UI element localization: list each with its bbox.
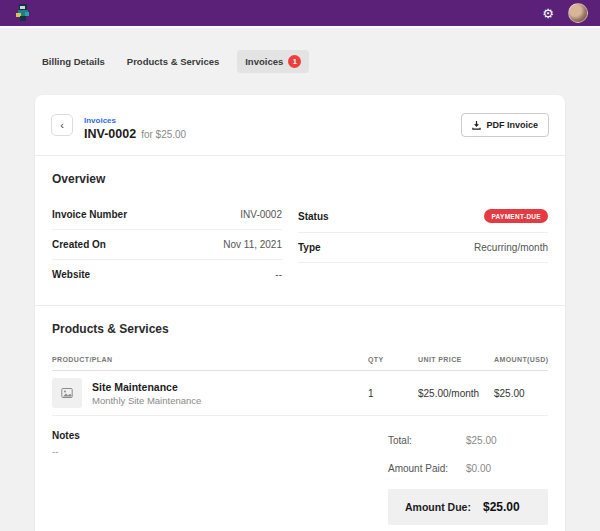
product-amount: $25.00 [494, 388, 548, 399]
invoice-amount-subtitle: for $25.00 [141, 129, 186, 140]
notes-value: -- [52, 446, 388, 457]
field-label: Status [298, 211, 329, 222]
field-value: INV-0002 [240, 209, 282, 220]
amount-due-box: Amount Due: $25.00 [388, 489, 548, 525]
field-label: Created On [52, 239, 106, 250]
overview-right-column: Status PAYMENT-DUE Type Recurring/month [298, 200, 548, 289]
invoice-title-line: INV-0002 for $25.00 [84, 127, 461, 141]
notes-and-totals: Notes -- Total: $25.00 Amount Paid: $0.0… [52, 430, 548, 525]
notes-section: Notes -- [52, 430, 388, 525]
field-value: -- [275, 269, 282, 280]
column-qty: QTY [368, 356, 418, 363]
product-row: Site Maintenance Monthly Site Maintenanc… [52, 371, 548, 416]
tab-invoices[interactable]: Invoices 1 [237, 50, 309, 73]
product-unit-price: $25.00/month [418, 388, 494, 399]
totals-section: Total: $25.00 Amount Paid: $0.00 Amount … [388, 430, 548, 525]
column-unit-price: UNIT PRICE [418, 356, 494, 363]
product-texts: Site Maintenance Monthly Site Maintenanc… [92, 381, 201, 406]
product-cell: Site Maintenance Monthly Site Maintenanc… [52, 378, 368, 408]
column-amount: AMOUNT(USD) [494, 356, 548, 363]
tab-invoices-label: Invoices [245, 56, 283, 67]
topbar: ⚙ [0, 0, 600, 28]
amount-due-value: $25.00 [483, 500, 520, 514]
field-value: Nov 11, 2021 [223, 239, 282, 250]
product-name: Site Maintenance [92, 381, 201, 393]
pdf-invoice-button-label: PDF Invoice [486, 120, 538, 130]
products-section: Products & Services PRODUCT/PLAN QTY UNI… [35, 305, 565, 531]
invoices-count-badge: 1 [288, 55, 301, 68]
products-table-header: PRODUCT/PLAN QTY UNIT PRICE AMOUNT(USD) [52, 350, 548, 371]
overview-title: Overview [52, 172, 548, 186]
invoice-card: ‹ Invoices INV-0002 for $25.00 PDF Invoi… [35, 95, 565, 531]
total-label: Total: [388, 435, 466, 446]
field-created-on: Created On Nov 11, 2021 [52, 230, 282, 260]
invoice-id: INV-0002 [84, 127, 136, 141]
field-status: Status PAYMENT-DUE [298, 200, 548, 233]
total-value: $25.00 [466, 435, 497, 446]
app-logo[interactable] [14, 3, 32, 23]
field-label: Invoice Number [52, 209, 127, 220]
field-website: Website -- [52, 260, 282, 289]
total-row: Total: $25.00 [388, 430, 548, 458]
invoice-card-header: ‹ Invoices INV-0002 for $25.00 PDF Invoi… [35, 95, 565, 156]
overview-grid: Invoice Number INV-0002 Created On Nov 1… [52, 200, 548, 289]
tab-billing-details[interactable]: Billing Details [38, 51, 109, 72]
overview-section: Overview Invoice Number INV-0002 Created… [35, 156, 565, 305]
field-type: Type Recurring/month [298, 233, 548, 263]
pdf-invoice-button[interactable]: PDF Invoice [461, 113, 549, 137]
overview-left-column: Invoice Number INV-0002 Created On Nov 1… [52, 200, 282, 289]
image-placeholder-icon [61, 387, 73, 399]
back-button[interactable]: ‹ [51, 114, 73, 136]
product-description: Monthly Site Maintenance [92, 395, 201, 406]
amount-paid-row: Amount Paid: $0.00 [388, 458, 548, 486]
invoice-header-texts: Invoices INV-0002 for $25.00 [84, 109, 461, 141]
tab-products-services[interactable]: Products & Services [123, 51, 223, 72]
field-label: Website [52, 269, 90, 280]
product-thumbnail [52, 378, 82, 408]
tab-bar: Billing Details Products & Services Invo… [0, 28, 600, 73]
field-label: Type [298, 242, 321, 253]
amount-paid-label: Amount Paid: [388, 463, 466, 474]
field-invoice-number: Invoice Number INV-0002 [52, 200, 282, 230]
products-title: Products & Services [52, 322, 548, 336]
settings-gear-icon[interactable]: ⚙ [542, 7, 554, 20]
field-value: Recurring/month [474, 242, 548, 253]
download-icon [472, 121, 481, 130]
status-badge: PAYMENT-DUE [484, 209, 548, 223]
breadcrumb-invoices-link[interactable]: Invoices [84, 116, 116, 125]
product-qty: 1 [368, 388, 418, 399]
user-avatar[interactable] [568, 3, 588, 23]
column-product-plan: PRODUCT/PLAN [52, 356, 368, 363]
notes-title: Notes [52, 430, 388, 441]
amount-due-label: Amount Due: [405, 501, 483, 513]
chevron-left-icon: ‹ [60, 120, 64, 131]
amount-paid-value: $0.00 [466, 463, 491, 474]
